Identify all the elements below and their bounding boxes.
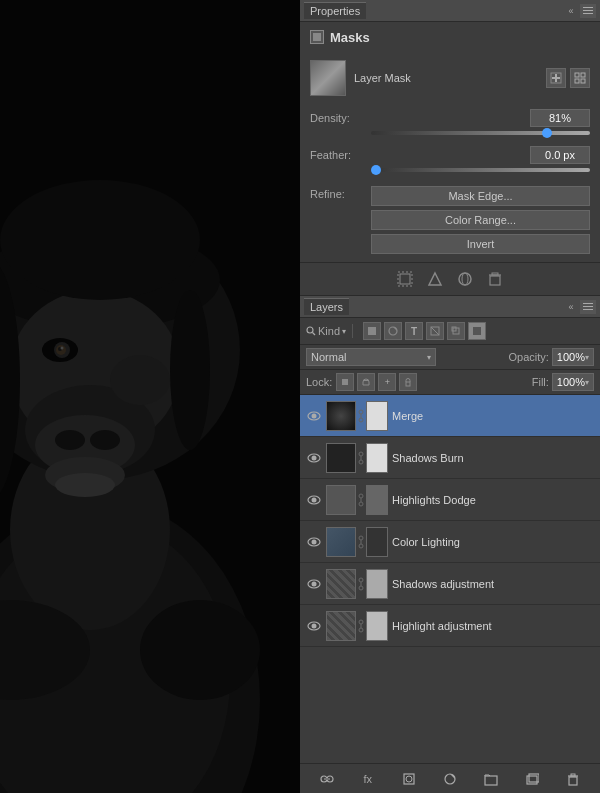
lock-pixels-btn[interactable] — [336, 373, 354, 391]
properties-menu-btn[interactable] — [580, 4, 596, 18]
properties-bottom-toolbar — [300, 262, 600, 295]
layers-menu-btn[interactable] — [580, 300, 596, 314]
layer-visibility-color-lighting[interactable] — [306, 534, 322, 550]
blend-mode-arrow: ▾ — [427, 353, 431, 362]
layers-panel-controls: « — [566, 300, 596, 314]
properties-tab-bar: Properties « — [300, 0, 600, 22]
layer-item-highlight-adj[interactable]: Highlight adjustment — [300, 605, 600, 647]
right-panels-container: Properties « Masks Layer Mask — [300, 0, 600, 793]
layers-bottom-toolbar: fx — [300, 763, 600, 793]
fill-control: Fill: 100% ▾ — [532, 373, 594, 391]
filter-kind-label: Kind — [318, 325, 340, 337]
properties-tab[interactable]: Properties — [304, 2, 366, 19]
feather-value[interactable]: 0.0 px — [530, 146, 590, 164]
create-adjustment-btn[interactable] — [440, 769, 460, 789]
masks-icon — [310, 30, 324, 44]
layers-list[interactable]: Merge Shadows Burn — [300, 395, 600, 763]
opacity-arrow: ▾ — [585, 353, 589, 362]
svg-point-36 — [462, 273, 468, 285]
filter-toggle-btn[interactable] — [468, 322, 486, 340]
add-mask-btn[interactable] — [399, 769, 419, 789]
layer-content-thumb-merge — [326, 401, 356, 431]
filter-type-icons: T — [363, 322, 486, 340]
svg-point-65 — [359, 502, 363, 506]
lock-position-btn[interactable]: + — [378, 373, 396, 391]
density-value[interactable]: 81% — [530, 109, 590, 127]
fill-value: 100% — [557, 376, 585, 388]
density-slider-track[interactable] — [371, 131, 590, 135]
selection-from-mask-btn[interactable] — [395, 269, 415, 289]
invert-button[interactable]: Invert — [371, 234, 590, 254]
lock-all-btn[interactable] — [399, 373, 417, 391]
feather-slider-thumb[interactable] — [371, 165, 381, 175]
layer-item-shadows-burn[interactable]: Shadows Burn — [300, 437, 600, 479]
opacity-control: Opacity: 100% ▾ — [509, 348, 595, 366]
apply-mask-btn[interactable] — [425, 269, 445, 289]
filter-adjustment-btn[interactable] — [384, 322, 402, 340]
density-row: Density: 81% — [300, 104, 600, 129]
enable-mask-btn[interactable] — [455, 269, 475, 289]
svg-point-70 — [359, 544, 363, 548]
blend-mode-select[interactable]: Normal ▾ — [306, 348, 436, 366]
delete-layer-btn[interactable] — [563, 769, 583, 789]
layer-item-merge[interactable]: Merge — [300, 395, 600, 437]
lock-image-btn[interactable] — [357, 373, 375, 391]
svg-point-80 — [359, 628, 363, 632]
properties-collapse-btn[interactable]: « — [566, 6, 576, 16]
layer-item-shadows-adj[interactable]: Shadows adjustment — [300, 563, 600, 605]
layer-fx-btn[interactable]: fx — [358, 769, 378, 789]
svg-rect-93 — [569, 777, 577, 785]
svg-rect-51 — [406, 382, 410, 386]
svg-point-75 — [359, 586, 363, 590]
mask-add-btn[interactable] — [546, 68, 566, 88]
svg-line-41 — [313, 333, 316, 336]
layer-content-thumb-color-lighting — [326, 527, 356, 557]
layer-visibility-shadows-adj[interactable] — [306, 576, 322, 592]
svg-rect-30 — [575, 79, 579, 83]
fill-value-box[interactable]: 100% ▾ — [552, 373, 594, 391]
layer-visibility-highlight-adj[interactable] — [306, 618, 322, 634]
layer-name-color-lighting: Color Lighting — [392, 536, 594, 548]
mask-edge-button[interactable]: Mask Edge... — [371, 186, 590, 206]
layer-item-highlights-dodge[interactable]: Highlights Dodge — [300, 479, 600, 521]
delete-mask-btn[interactable] — [485, 269, 505, 289]
layer-visibility-merge[interactable] — [306, 408, 322, 424]
create-layer-btn[interactable] — [522, 769, 542, 789]
layer-thumbs-shadows-adj — [326, 569, 388, 599]
properties-panel: Properties « Masks Layer Mask — [300, 0, 600, 296]
color-range-button[interactable]: Color Range... — [371, 210, 590, 230]
feather-row: Feather: 0.0 px — [300, 141, 600, 166]
create-group-btn[interactable] — [481, 769, 501, 789]
svg-rect-29 — [581, 73, 585, 77]
svg-rect-39 — [492, 273, 498, 275]
refine-buttons: Mask Edge... Color Range... Invert — [371, 186, 590, 254]
svg-rect-42 — [368, 327, 376, 335]
opacity-value-box[interactable]: 100% ▾ — [552, 348, 594, 366]
layer-visibility-highlights-dodge[interactable] — [306, 492, 322, 508]
layer-mask-thumb-shadows-adj — [366, 569, 388, 599]
density-slider-thumb[interactable] — [542, 128, 552, 138]
layer-visibility-shadows-burn[interactable] — [306, 450, 322, 466]
link-layers-btn[interactable] — [317, 769, 337, 789]
filter-pixel-btn[interactable] — [363, 322, 381, 340]
layer-content-thumb-shadows-burn — [326, 443, 356, 473]
opacity-label: Opacity: — [509, 351, 549, 363]
layer-item-color-lighting[interactable]: Color Lighting — [300, 521, 600, 563]
layer-mask-thumb-highlight-adj — [366, 611, 388, 641]
filter-smartobj-btn[interactable] — [447, 322, 465, 340]
filter-kind-arrow[interactable]: ▾ — [342, 327, 346, 336]
filter-type-btn[interactable]: T — [405, 322, 423, 340]
filter-shape-btn[interactable] — [426, 322, 444, 340]
masks-header: Masks — [300, 22, 600, 52]
density-label: Density: — [310, 112, 365, 124]
layer-name-highlight-adj: Highlight adjustment — [392, 620, 594, 632]
layers-tab[interactable]: Layers — [304, 298, 349, 315]
svg-point-74 — [359, 578, 363, 582]
mask-grid-btn[interactable] — [570, 68, 590, 88]
svg-point-88 — [406, 776, 412, 782]
svg-point-79 — [359, 620, 363, 624]
layers-collapse-btn[interactable]: « — [566, 302, 576, 312]
feather-label: Feather: — [310, 149, 365, 161]
svg-point-15 — [61, 347, 64, 350]
feather-slider-track[interactable] — [371, 168, 590, 172]
